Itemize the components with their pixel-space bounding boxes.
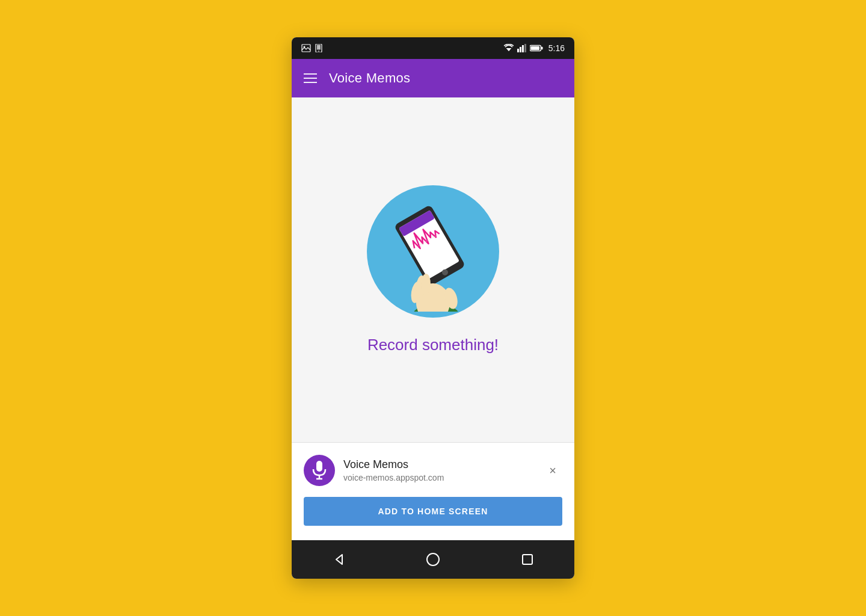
svg-marker-27 (336, 555, 342, 564)
phone-status-icon (315, 44, 323, 52)
banner-close-button[interactable]: × (543, 461, 562, 480)
recents-icon (521, 553, 534, 566)
signal-icon (517, 44, 527, 52)
svg-rect-12 (530, 46, 539, 50)
svg-rect-24 (316, 461, 322, 472)
banner-header: Voice Memos voice-memos.appspot.com × (304, 455, 562, 486)
navigation-bar (292, 540, 574, 579)
status-bar: 5:16 (292, 37, 574, 59)
recents-button[interactable] (513, 545, 542, 574)
svg-point-28 (427, 553, 439, 565)
svg-rect-11 (541, 47, 543, 50)
back-icon (331, 552, 346, 567)
status-right-icons: 5:16 (503, 43, 565, 53)
status-time: 5:16 (548, 43, 565, 53)
svg-rect-29 (523, 555, 532, 564)
wifi-icon (503, 44, 514, 52)
banner-app-icon (304, 455, 335, 486)
battery-icon (530, 45, 543, 52)
svg-rect-0 (302, 45, 310, 52)
main-content: Record something! (292, 97, 574, 442)
svg-rect-7 (520, 47, 521, 52)
add-home-banner: Voice Memos voice-memos.appspot.com × AD… (292, 442, 574, 540)
banner-app-info: Voice Memos voice-memos.appspot.com (343, 458, 543, 483)
svg-rect-3 (317, 45, 321, 50)
app-title: Voice Memos (329, 70, 410, 86)
microphone-icon (311, 461, 328, 480)
svg-marker-5 (506, 48, 511, 51)
banner-app-name: Voice Memos (343, 458, 543, 472)
banner-app-url: voice-memos.appspot.com (343, 473, 543, 482)
status-left-icons (301, 44, 500, 52)
svg-rect-6 (517, 49, 519, 52)
record-label: Record something! (367, 336, 499, 354)
voice-memos-illustration (373, 191, 493, 312)
image-status-icon (301, 44, 311, 52)
phone-frame: 5:16 Voice Memos (292, 37, 574, 579)
hamburger-menu-icon[interactable] (304, 73, 317, 83)
svg-rect-9 (524, 44, 526, 52)
home-icon (426, 552, 440, 567)
illustration-circle (367, 185, 499, 318)
app-bar: Voice Memos (292, 59, 574, 97)
add-to-home-screen-button[interactable]: ADD TO HOME SCREEN (304, 497, 562, 526)
home-button[interactable] (419, 545, 447, 574)
svg-rect-8 (522, 45, 524, 52)
back-button[interactable] (324, 545, 353, 574)
